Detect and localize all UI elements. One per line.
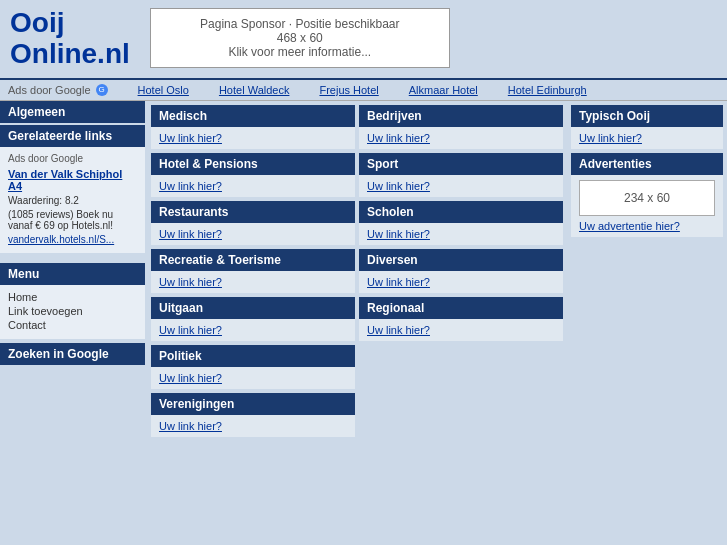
hotel-block: Hotel & Pensions Uw link hier? bbox=[151, 153, 355, 197]
diversen-header: Diversen bbox=[359, 249, 563, 271]
menu-section: Menu Home Link toevoegen Contact bbox=[0, 263, 145, 339]
logo-line1: Ooij bbox=[10, 8, 130, 39]
zoeken-header: Zoeken in Google bbox=[0, 343, 145, 365]
regionaal-header: Regionaal bbox=[359, 297, 563, 319]
ads-label: Ads door Google G bbox=[8, 84, 108, 96]
uitgaan-link[interactable]: Uw link hier? bbox=[159, 324, 222, 336]
scholen-block: Scholen Uw link hier? bbox=[359, 201, 563, 245]
valk-link[interactable]: Van der Valk Schiphol A4 bbox=[8, 168, 137, 192]
adbar-link-3[interactable]: Frejus Hotel bbox=[319, 84, 378, 96]
site-logo: Ooij Online.nl bbox=[10, 8, 130, 70]
politiek-block: Politiek Uw link hier? bbox=[151, 345, 355, 389]
typisch-block: Typisch Ooij Uw link hier? bbox=[571, 105, 723, 149]
medisch-link[interactable]: Uw link hier? bbox=[159, 132, 222, 144]
logo-line2: Online.nl bbox=[10, 39, 130, 70]
restaurants-header: Restaurants bbox=[151, 201, 355, 223]
menu-link-toevoegen[interactable]: Link toevoegen bbox=[8, 305, 137, 317]
advertenties-block: Advertenties 234 x 60 Uw advertentie hie… bbox=[571, 153, 723, 237]
menu-home[interactable]: Home bbox=[8, 291, 137, 303]
typisch-header: Typisch Ooij bbox=[571, 105, 723, 127]
uitgaan-header: Uitgaan bbox=[151, 297, 355, 319]
restaurants-link[interactable]: Uw link hier? bbox=[159, 228, 222, 240]
recreatie-header: Recreatie & Toerisme bbox=[151, 249, 355, 271]
adbar-link-4[interactable]: Alkmaar Hotel bbox=[409, 84, 478, 96]
typisch-link[interactable]: Uw link hier? bbox=[579, 132, 642, 144]
ads-google-label: Ads door Google bbox=[8, 153, 137, 164]
regionaal-block: Regionaal Uw link hier? bbox=[359, 297, 563, 341]
sponsor-line1: Pagina Sponsor · Positie beschikbaar bbox=[171, 17, 429, 31]
menu-content: Home Link toevoegen Contact bbox=[0, 285, 145, 339]
sponsor-box[interactable]: Pagina Sponsor · Positie beschikbaar 468… bbox=[150, 8, 450, 68]
advertenties-body: 234 x 60 Uw advertentie hier? bbox=[571, 175, 723, 237]
adbar-link-1[interactable]: Hotel Oslo bbox=[138, 84, 189, 96]
zoeken-section: Zoeken in Google bbox=[0, 343, 145, 365]
ad-size-label: 234 x 60 bbox=[624, 191, 670, 205]
politiek-link[interactable]: Uw link hier? bbox=[159, 372, 222, 384]
politiek-header: Politiek bbox=[151, 345, 355, 367]
sponsor-size: 468 x 60 bbox=[171, 31, 429, 45]
sport-block: Sport Uw link hier? bbox=[359, 153, 563, 197]
scholen-link[interactable]: Uw link hier? bbox=[367, 228, 430, 240]
adbar-link-5[interactable]: Hotel Edinburgh bbox=[508, 84, 587, 96]
algemeen-section: Algemeen bbox=[0, 101, 145, 123]
uitgaan-block: Uitgaan Uw link hier? bbox=[151, 297, 355, 341]
gerelateerde-section: Gerelateerde links Ads door Google Van d… bbox=[0, 125, 145, 253]
ad-bar: Ads door Google G Hotel Oslo Hotel Walde… bbox=[0, 78, 727, 101]
bedrijven-header: Bedrijven bbox=[359, 105, 563, 127]
menu-header: Menu bbox=[0, 263, 145, 285]
sponsor-cta: Klik voor meer informatie... bbox=[171, 45, 429, 59]
medisch-header: Medisch bbox=[151, 105, 355, 127]
medisch-block: Medisch Uw link hier? bbox=[151, 105, 355, 149]
verenigingen-link[interactable]: Uw link hier? bbox=[159, 420, 222, 432]
gerelateerde-header: Gerelateerde links bbox=[0, 125, 145, 147]
advertenties-header: Advertenties bbox=[571, 153, 723, 175]
ad-size-box: 234 x 60 bbox=[579, 180, 715, 216]
algemeen-header: Algemeen bbox=[0, 101, 145, 123]
menu-contact[interactable]: Contact bbox=[8, 319, 137, 331]
verenigingen-block: Verenigingen Uw link hier? bbox=[151, 393, 355, 437]
scholen-header: Scholen bbox=[359, 201, 563, 223]
bedrijven-link[interactable]: Uw link hier? bbox=[367, 132, 430, 144]
hotel-header: Hotel & Pensions bbox=[151, 153, 355, 175]
sport-link[interactable]: Uw link hier? bbox=[367, 180, 430, 192]
hotel-link[interactable]: Uw link hier? bbox=[159, 180, 222, 192]
verenigingen-header: Verenigingen bbox=[151, 393, 355, 415]
regionaal-link[interactable]: Uw link hier? bbox=[367, 324, 430, 336]
valk-reviews: (1085 reviews) Boek nu vanaf € 69 op Hot… bbox=[8, 209, 137, 231]
valk-rating: Waardering: 8.2 bbox=[8, 195, 137, 206]
google-icon: G bbox=[96, 84, 108, 96]
advertentie-link[interactable]: Uw advertentie hier? bbox=[579, 220, 680, 232]
gerelateerde-content: Ads door Google Van der Valk Schiphol A4… bbox=[0, 147, 145, 253]
valk-url[interactable]: vandervalk.hotels.nl/S... bbox=[8, 234, 137, 245]
bedrijven-block: Bedrijven Uw link hier? bbox=[359, 105, 563, 149]
recreatie-block: Recreatie & Toerisme Uw link hier? bbox=[151, 249, 355, 293]
adbar-link-2[interactable]: Hotel Waldeck bbox=[219, 84, 290, 96]
restaurants-block: Restaurants Uw link hier? bbox=[151, 201, 355, 245]
sport-header: Sport bbox=[359, 153, 563, 175]
recreatie-link[interactable]: Uw link hier? bbox=[159, 276, 222, 288]
diversen-link[interactable]: Uw link hier? bbox=[367, 276, 430, 288]
diversen-block: Diversen Uw link hier? bbox=[359, 249, 563, 293]
